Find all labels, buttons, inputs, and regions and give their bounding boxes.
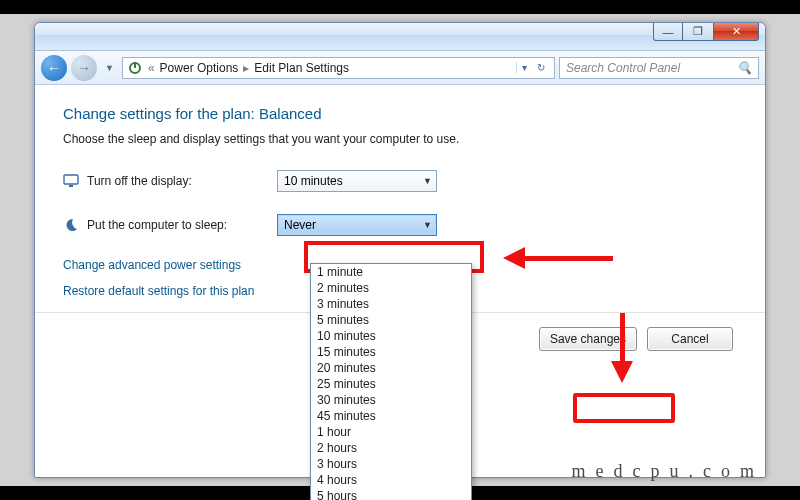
power-icon [127,60,143,76]
back-button[interactable]: ← [41,55,67,81]
chevron-down-icon: ▼ [423,176,432,186]
window-controls: — ❐ ✕ [653,23,759,41]
refresh-button[interactable]: ↻ [532,62,550,73]
moon-icon [63,217,79,233]
nav-history-dropdown[interactable]: ▼ [101,63,118,73]
display-label: Turn off the display: [87,174,277,188]
sleep-option[interactable]: 1 hour [311,424,471,440]
sleep-timeout-value: Never [284,218,316,232]
sleep-option[interactable]: 10 minutes [311,328,471,344]
display-timeout-combo[interactable]: 10 minutes ▼ [277,170,437,192]
search-input[interactable]: Search Control Panel 🔍 [559,57,759,79]
sleep-timeout-combo[interactable]: Never ▼ [277,214,437,236]
address-dropdown-button[interactable]: ▾ [517,62,532,73]
letterbox-top [0,0,800,14]
monitor-icon [63,173,79,189]
sleep-option[interactable]: 5 hours [311,488,471,500]
forward-button[interactable]: → [71,55,97,81]
row-sleep: Put the computer to sleep: Never ▼ [63,214,737,236]
cancel-button[interactable]: Cancel [647,327,733,351]
control-panel-window: — ❐ ✕ ← → ▼ « Power Options ▸ Edit Plan … [34,22,766,478]
arrow-right-icon: → [77,60,91,76]
chevron-down-icon: ▼ [423,220,432,230]
arrow-left-icon: ← [47,60,61,76]
svg-rect-1 [134,62,136,68]
search-icon: 🔍 [737,61,752,75]
sleep-option[interactable]: 3 minutes [311,296,471,312]
breadcrumb-item-power-options[interactable]: Power Options [160,61,239,75]
close-button[interactable]: ✕ [713,23,759,41]
watermark: medcpu.com [572,461,764,482]
annotation-highlight-save [573,393,675,423]
save-changes-button[interactable]: Save changes [539,327,637,351]
sleep-option[interactable]: 20 minutes [311,360,471,376]
search-placeholder: Search Control Panel [566,61,680,75]
minimize-button[interactable]: — [653,23,683,41]
sleep-option[interactable]: 25 minutes [311,376,471,392]
row-display: Turn off the display: 10 minutes ▼ [63,170,737,192]
sleep-option[interactable]: 2 minutes [311,280,471,296]
sleep-option[interactable]: 3 hours [311,456,471,472]
display-timeout-value: 10 minutes [284,174,343,188]
sleep-option[interactable]: 2 hours [311,440,471,456]
sleep-label: Put the computer to sleep: [87,218,277,232]
sleep-option[interactable]: 45 minutes [311,408,471,424]
sleep-option[interactable]: 30 minutes [311,392,471,408]
sleep-timeout-listbox[interactable]: 1 minute2 minutes3 minutes5 minutes10 mi… [310,263,472,500]
page-subtext: Choose the sleep and display settings th… [63,132,737,146]
sleep-option[interactable]: 4 hours [311,472,471,488]
sleep-option[interactable]: 5 minutes [311,312,471,328]
sleep-option[interactable]: 15 minutes [311,344,471,360]
breadcrumb-separator: « [148,61,155,75]
navbar: ← → ▼ « Power Options ▸ Edit Plan Settin… [35,51,765,85]
page-title: Change settings for the plan: Balanced [63,105,737,122]
titlebar: — ❐ ✕ [35,23,765,51]
svg-rect-3 [69,185,73,187]
maximize-button[interactable]: ❐ [683,23,713,41]
sleep-option[interactable]: 1 minute [311,264,471,280]
address-bar[interactable]: « Power Options ▸ Edit Plan Settings ▾ ↻ [122,57,555,79]
breadcrumb-item-edit-plan[interactable]: Edit Plan Settings [254,61,349,75]
svg-rect-2 [64,175,78,184]
breadcrumb-chevron-icon: ▸ [243,61,249,75]
